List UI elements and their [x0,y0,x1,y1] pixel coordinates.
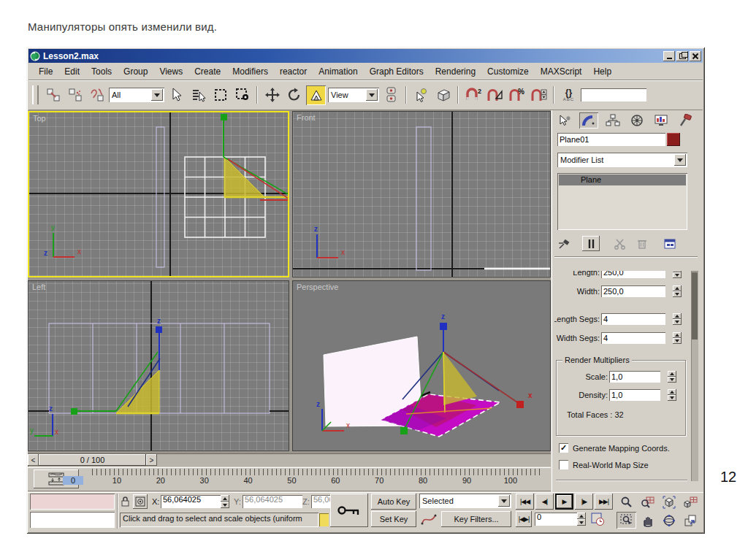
selection-set-dropdown[interactable]: Selected [419,494,511,508]
close-button[interactable] [690,51,701,61]
auto-key-button[interactable]: Auto Key [371,494,416,510]
previous-frame-button[interactable]: ◀| [535,494,554,510]
key-filters-button[interactable]: Key Filters... [441,511,511,527]
region-zoom-button[interactable] [617,512,636,529]
modifier-stack-item[interactable]: Plane [559,174,686,185]
chevron-down-icon[interactable] [151,89,163,101]
configure-modifier-sets-button[interactable] [661,236,679,251]
next-frame-button[interactable]: |▶ [575,494,593,510]
real-world-map-size-row[interactable]: Real-World Map Size [559,460,649,469]
menu-item[interactable]: Rendering [430,65,481,78]
set-key-button[interactable]: Set Key [371,511,416,527]
menu-item[interactable]: Group [118,65,153,78]
angle-snap-button[interactable] [485,85,505,105]
density-field[interactable]: 1,0 [609,389,660,401]
object-name-field[interactable]: Plane01 [557,133,665,146]
edit-named-selections-button[interactable]: {} ABC [559,85,579,105]
keyboard-shortcut-override-icon[interactable] [319,513,329,526]
menu-item[interactable]: Modifiers [226,65,274,78]
go-to-end-button[interactable]: ▶▶| [595,494,613,510]
arc-rotate-button[interactable] [659,512,679,529]
key-mode-toggle-button[interactable]: |◀▶| [516,511,532,527]
width-field[interactable]: 250,0 [601,285,665,297]
time-slider-prev-button[interactable]: < [28,454,39,466]
time-configuration-button[interactable] [590,512,605,529]
go-to-start-button[interactable]: |◀◀ [516,494,534,510]
chevron-down-icon[interactable] [674,154,686,166]
pan-button[interactable] [638,512,657,529]
viewport-front[interactable]: Front z x [292,111,551,277]
viewport-top-label[interactable]: Top [33,114,46,123]
current-frame-field[interactable]: 0 [535,513,580,526]
menu-item[interactable]: Tools [85,65,118,78]
viewport-top[interactable]: Top [28,111,289,277]
menu-item[interactable]: MAXScript [535,65,588,78]
track-bar[interactable]: 0102030405060708090100 [28,467,551,491]
menu-item[interactable]: Animation [313,65,363,78]
select-object-button[interactable] [167,85,186,105]
selection-lock-toggle[interactable] [120,496,130,510]
zoom-extents-all-button[interactable] [680,494,700,510]
tab-modify[interactable] [579,112,598,129]
minimize-button[interactable] [663,51,675,61]
reference-coordinate-dropdown[interactable]: View [328,88,379,102]
absolute-offset-toggle[interactable] [133,494,148,509]
menu-item[interactable]: Views [153,65,188,78]
time-slider-next-button[interactable]: > [146,454,157,466]
frame-spinner[interactable] [577,513,586,526]
menu-item[interactable]: Customize [481,65,535,78]
tab-hierarchy[interactable] [603,112,622,129]
named-selection-field[interactable] [581,88,646,101]
zoom-extents-button[interactable] [659,494,679,510]
menu-item[interactable]: Help [587,65,617,78]
title-bar[interactable]: Lesson2.max [28,49,703,63]
snap-toggle-button[interactable]: 2 [463,85,483,105]
checkbox-unchecked-icon[interactable] [559,460,568,469]
tab-display[interactable] [652,112,671,129]
tab-utilities[interactable] [676,112,695,129]
select-and-move-button[interactable] [262,85,282,105]
length-segs-field[interactable]: 4 [601,313,665,325]
toolbar-handle[interactable] [32,85,39,104]
panel-scrollbar-thumb[interactable] [692,272,698,340]
density-spinner[interactable] [668,389,676,401]
scale-spinner[interactable] [668,371,676,383]
menu-item[interactable]: reactor [274,65,313,78]
y-coordinate-field[interactable]: 56,064025 [243,495,302,508]
length-segs-spinner[interactable] [673,313,682,325]
zoom-all-button[interactable] [638,494,657,510]
menu-item[interactable]: Create [188,65,226,78]
restore-button[interactable] [676,51,688,61]
viewport-perspective[interactable]: Perspective [292,280,551,451]
panel-scrollbar[interactable] [691,271,698,481]
min-max-toggle-button[interactable] [680,512,700,529]
spinner-snap-button[interactable] [529,85,549,105]
window-crossing-toggle-button[interactable] [232,85,252,105]
menu-item[interactable]: Graph Editors [364,65,430,78]
set-keys-button[interactable] [330,494,368,527]
viewport-left-label[interactable]: Left [32,283,45,291]
x-coordinate-field[interactable]: 56,064025 [161,495,224,508]
percent-snap-button[interactable]: % [507,85,527,105]
select-and-scale-button[interactable] [306,85,326,105]
remove-modifier-button[interactable] [633,236,651,251]
tab-create[interactable] [555,112,574,129]
checkbox-checked-icon[interactable]: ✓ [559,443,568,453]
zoom-button[interactable] [617,494,636,510]
width-spinner[interactable] [673,285,682,297]
menu-item[interactable]: Edit [58,65,85,78]
viewport-front-label[interactable]: Front [297,113,316,122]
rectangular-selection-region-button[interactable] [210,85,230,105]
width-segs-field[interactable]: 4 [601,332,665,344]
generate-mapping-coords-row[interactable]: ✓ Generate Mapping Coords. [559,443,670,453]
modifier-list-dropdown[interactable]: Modifier List [557,153,687,167]
make-unique-button[interactable] [611,236,629,251]
time-slider-value[interactable]: 0 / 100 [39,454,146,466]
select-and-link-button[interactable] [43,85,63,105]
time-slider[interactable]: < 0 / 100 > [28,453,551,467]
viewport-perspective-label[interactable]: Perspective [297,283,338,291]
select-and-manipulate-button[interactable] [411,85,431,105]
chevron-down-icon[interactable] [498,495,510,507]
length-spinner[interactable] [673,271,682,278]
selection-filter-dropdown[interactable]: All [109,88,164,102]
